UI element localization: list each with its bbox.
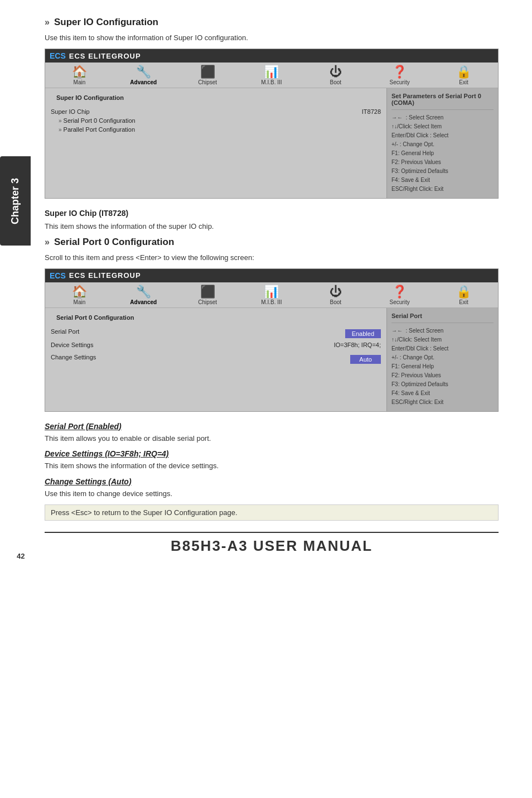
nav-exit-2[interactable]: 🔒 Exit xyxy=(447,286,480,305)
chapter-label: Chapter 3 xyxy=(0,156,31,246)
chipset-icon-2: ⬛ xyxy=(200,286,215,298)
device-settings-body: This item shows the information of the d… xyxy=(45,460,499,472)
bios-nav-2: 🏠 Main 🔧 Advanced ⬛ Chipset 📊 M.I.B. III… xyxy=(45,282,498,308)
bios-screen-title-1: Super IO Configuration xyxy=(51,93,381,103)
bios-brand-2: ECS ELITEGROUP xyxy=(69,271,141,280)
section2-description: Scroll to this item and press <Enter> to… xyxy=(45,253,499,262)
nav-advanced-2[interactable]: 🔧 Advanced xyxy=(127,286,160,305)
serial-port-title: Serial Port (Enabled) xyxy=(45,422,499,431)
change-settings-body: Use this item to change device settings. xyxy=(45,488,499,499)
nav-boot-2[interactable]: ⏻ Boot xyxy=(319,286,352,305)
home-icon-2: 🏠 xyxy=(72,286,87,298)
nav-main-1[interactable]: 🏠 Main xyxy=(62,66,96,85)
bios-nav-1: 🏠 Main 🔧 Advanced ⬛ Chipset 📊 M.I.B. III… xyxy=(45,63,498,88)
nav-main-2[interactable]: 🏠 Main xyxy=(62,286,96,305)
security-icon-2: ❓ xyxy=(392,286,407,298)
nav-chipset-2[interactable]: ⬛ Chipset xyxy=(191,286,224,305)
nav-boot-1[interactable]: ⏻ Boot xyxy=(319,66,352,85)
serial-port-body: This item allows you to enable or disabl… xyxy=(45,433,499,444)
page-number: 42 xyxy=(17,552,25,560)
home-icon: 🏠 xyxy=(72,66,87,78)
bios-row-parallel-port[interactable]: » Parallel Port Configuration xyxy=(51,125,381,134)
chevron-icon: » xyxy=(45,17,50,27)
arrow-icon-parallel: » xyxy=(59,127,62,133)
section2-title: » Serial Port 0 Configuration xyxy=(45,237,499,248)
bios-screen-title-2: Serial Port 0 Configuration xyxy=(51,313,381,323)
bios-row-serial-port[interactable]: » Serial Port 0 Configuration xyxy=(51,116,381,125)
bios-body-1: Super IO Configuration Super IO Chip IT8… xyxy=(45,88,498,198)
mib-icon: 📊 xyxy=(264,66,279,78)
bios-screen-2: ECS ECS ELITEGROUP 🏠 Main 🔧 Advanced ⬛ C… xyxy=(45,268,499,412)
chevron-icon-2: » xyxy=(45,237,50,247)
nav-mib-2[interactable]: 📊 M.I.B. III xyxy=(255,286,288,305)
bios-right-2: Serial Port →← : Select Screen ↑↓/Click:… xyxy=(386,308,498,411)
bios-left-2: Serial Port 0 Configuration Serial Port … xyxy=(45,308,386,411)
bios-row-change-settings[interactable]: Change Settings Auto xyxy=(51,353,381,366)
serial-port-enabled: Enabled xyxy=(345,329,381,338)
change-settings-auto: Auto xyxy=(350,355,381,364)
exit-icon: 🔒 xyxy=(456,66,471,78)
bios-header-2: ECS ECS ELITEGROUP xyxy=(45,269,498,282)
nav-exit-1[interactable]: 🔒 Exit xyxy=(447,66,480,85)
super-io-chip-body: This item shows the information of the s… xyxy=(45,221,499,232)
wrench-icon-2: 🔧 xyxy=(136,286,151,298)
bios-row-superio-chip: Super IO Chip IT8728 xyxy=(51,107,381,116)
bios-left-1: Super IO Configuration Super IO Chip IT8… xyxy=(45,88,386,198)
help-divider-1 xyxy=(391,109,494,110)
bios-brand-1: ECS ELITEGROUP xyxy=(69,52,141,60)
power-icon-2: ⏻ xyxy=(330,286,342,298)
nav-security-1[interactable]: ❓ Security xyxy=(383,66,417,85)
change-settings-title: Change Settings (Auto) xyxy=(45,477,499,486)
mib-icon-2: 📊 xyxy=(264,286,279,298)
section1-title: » Super IO Configuration xyxy=(45,17,499,28)
bios-header-1: ECS ECS ELITEGROUP xyxy=(45,49,498,63)
wrench-icon: 🔧 xyxy=(136,66,151,78)
nav-security-2[interactable]: ❓ Security xyxy=(383,286,417,305)
nav-mib-1[interactable]: 📊 M.I.B. III xyxy=(255,66,288,85)
section1-description: Use this item to show the information of… xyxy=(45,33,499,42)
footer-note: Press <Esc> to return to the Super IO Co… xyxy=(45,504,499,521)
bios-right-1: Set Parameters of Serial Port 0 (COMA) →… xyxy=(386,88,498,198)
arrow-icon-serial: » xyxy=(59,118,62,124)
security-icon: ❓ xyxy=(392,66,407,78)
page-footer: B85H3-A3 USER MANUAL xyxy=(45,532,499,555)
footer-title: B85H3-A3 USER MANUAL xyxy=(171,537,373,555)
bios-row-serial-port-item[interactable]: Serial Port Enabled xyxy=(51,327,381,340)
bios-body-2: Serial Port 0 Configuration Serial Port … xyxy=(45,308,498,411)
nav-advanced-1[interactable]: 🔧 Advanced xyxy=(127,66,160,85)
help-divider-2 xyxy=(391,323,494,323)
chipset-icon: ⬛ xyxy=(200,66,215,78)
power-icon: ⏻ xyxy=(330,66,342,78)
super-io-chip-title: Super IO Chip (IT8728) xyxy=(45,209,499,218)
bios-help-text-2: →← : Select Screen ↑↓/Click: Select Item… xyxy=(391,326,494,407)
bios-right-title-2: Serial Port xyxy=(391,313,494,319)
bios-screen-1: ECS ECS ELITEGROUP 🏠 Main 🔧 Advanced ⬛ C… xyxy=(45,49,499,199)
exit-icon-2: 🔒 xyxy=(456,286,471,298)
bios-right-title-1: Set Parameters of Serial Port 0 (COMA) xyxy=(391,93,494,106)
device-settings-title: Device Settings (IO=3F8h; IRQ=4) xyxy=(45,449,499,458)
nav-chipset-1[interactable]: ⬛ Chipset xyxy=(191,66,224,85)
bios-row-device-settings: Device Settings IO=3F8h; IRQ=4; xyxy=(51,340,381,349)
bios-help-text-1: →← : Select Screen ↑↓/Click: Select Item… xyxy=(391,113,494,194)
